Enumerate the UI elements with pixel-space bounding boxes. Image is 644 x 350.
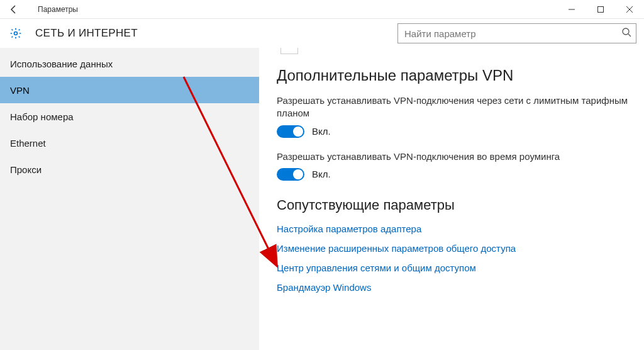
related-link[interactable]: Центр управления сетями и общим доступом [277,262,629,273]
toggle-state-label: Вкл. [312,169,331,179]
related-heading: Сопутствующие параметры [277,197,629,213]
content-stub [280,48,298,54]
sidebar-item[interactable]: VPN [0,77,259,103]
sidebar-item[interactable]: Набор номера [0,103,259,130]
toggle-state-label: Вкл. [312,126,331,137]
svg-point-2 [14,32,18,35]
back-button[interactable] [5,1,23,18]
related-link[interactable]: Брандмауэр Windows [277,282,629,293]
setting-block: Разрешать устанавливать VPN-подключения … [277,94,629,138]
content-heading: Дополнительные параметры VPN [277,67,629,84]
setting-description: Разрешать устанавливать VPN-подключения … [277,150,629,163]
sidebar: Использование данныхVPNНабор номераEther… [0,48,259,350]
toggle-switch[interactable] [277,168,304,181]
window-title: Параметры [38,5,78,14]
toggle-row: Вкл. [277,168,629,181]
minimize-button[interactable] [557,0,586,19]
toggle-row: Вкл. [277,125,629,138]
related-link[interactable]: Настройка параметров адаптера [277,223,629,234]
section-title: СЕТЬ И ИНТЕРНЕТ [35,27,138,40]
svg-rect-1 [598,6,604,12]
maximize-button[interactable] [586,0,615,19]
toggle-switch[interactable] [277,125,304,138]
header: СЕТЬ И ИНТЕРНЕТ [0,19,644,48]
close-button[interactable] [615,0,644,19]
window-controls [557,0,644,19]
sidebar-item[interactable]: Ethernet [0,130,259,156]
sidebar-item[interactable]: Прокси [0,156,259,183]
related-link[interactable]: Изменение расширенных параметров общего … [277,243,629,254]
content-pane: Дополнительные параметры VPN Разрешать у… [259,48,644,350]
setting-block: Разрешать устанавливать VPN-подключения … [277,150,629,181]
sidebar-item[interactable]: Использование данных [0,50,259,77]
setting-description: Разрешать устанавливать VPN-подключения … [277,94,629,120]
gear-icon [9,26,23,40]
titlebar: Параметры [0,0,644,19]
search-wrap [397,23,636,43]
search-input[interactable] [397,23,636,43]
